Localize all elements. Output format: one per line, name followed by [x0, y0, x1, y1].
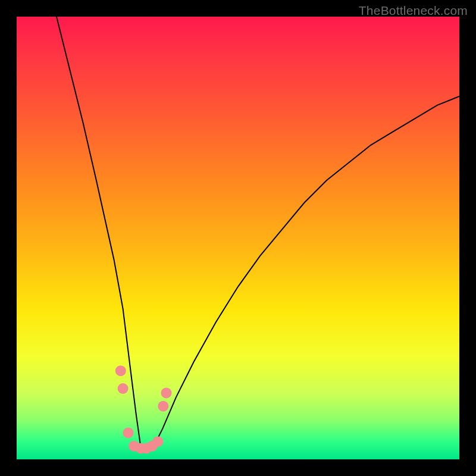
chart-frame: TheBottleneck.com [0, 0, 476, 476]
plot-area [17, 17, 459, 459]
marker-group [115, 365, 172, 453]
marker-dot [115, 365, 126, 376]
marker-dot [118, 383, 129, 394]
bottleneck-curve [57, 17, 459, 450]
marker-dot [161, 387, 172, 398]
marker-dot [123, 427, 134, 438]
marker-dot [158, 401, 168, 412]
watermark-text: TheBottleneck.com [359, 4, 468, 18]
curve-svg [17, 17, 459, 459]
marker-dot [152, 436, 163, 447]
